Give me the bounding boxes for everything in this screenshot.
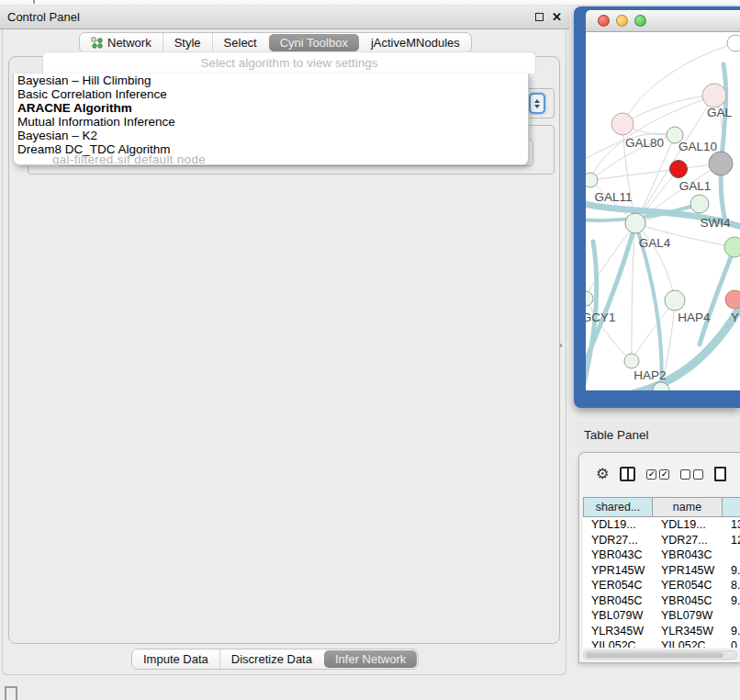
table-row[interactable]: YPR145W YPR145W 9. xyxy=(583,563,740,579)
cell: 9. xyxy=(723,563,740,579)
cell: YER054C xyxy=(653,578,723,593)
network-view-window: GAL GAL80 GAL10 GAL1 GAL11 SWI4 GAL4 GCY… xyxy=(574,6,740,408)
tab-style[interactable]: Style xyxy=(163,33,212,52)
tab-infer-network-label: Infer Network xyxy=(335,652,406,666)
dropdown-option[interactable]: Bayesian – Hill Climbing xyxy=(14,73,528,87)
dropdown-option[interactable]: Bayesian – K2 xyxy=(14,129,528,142)
edge xyxy=(632,223,635,361)
cell: YBR043C xyxy=(653,548,723,563)
stepper-up-icon xyxy=(534,99,540,103)
minimize-traffic-light-icon[interactable] xyxy=(616,15,628,27)
table-row[interactable]: YLR345W YLR345W 9. xyxy=(583,624,740,639)
table-panel-title: Table Panel xyxy=(584,428,649,442)
combo-stepper-focused[interactable] xyxy=(529,93,545,114)
control-panel-tabbar: Network Style Select Cyni Toolbox jActiv… xyxy=(79,32,472,53)
table-row[interactable]: YDR27... YDR27... 12 xyxy=(583,533,740,548)
dropdown-option-selected[interactable]: ARACNE Algorithm xyxy=(14,101,528,115)
table-row[interactable]: YBR045C YBR045C 9. xyxy=(583,593,740,609)
node-hap2[interactable] xyxy=(624,354,639,368)
table-row[interactable]: YBL079W YBL079W xyxy=(583,608,740,624)
node-gal11[interactable] xyxy=(586,173,598,187)
table-horizontal-scrollbar[interactable] xyxy=(583,650,737,660)
cell xyxy=(723,608,740,624)
algorithm-selector-combo[interactable]: Select algorithm to view settings xyxy=(42,51,536,73)
cell: YLR345W xyxy=(653,624,723,639)
tab-select-label: Select xyxy=(224,36,257,50)
node-green-right[interactable] xyxy=(724,237,740,257)
table-header-row: shared... name xyxy=(583,497,740,517)
column-header-partial[interactable] xyxy=(723,497,740,517)
tab-cyni-toolbox-label: Cyni Toolbox xyxy=(280,36,348,50)
table-row[interactable]: YDL19... YDL19... 13 xyxy=(583,517,740,533)
network-canvas[interactable]: GAL GAL80 GAL10 GAL1 GAL11 SWI4 GAL4 GCY… xyxy=(586,32,740,390)
node-gal1-red[interactable] xyxy=(670,161,688,178)
algorithm-dropdown-popup: Bayesian – Hill Climbing Basic Correlati… xyxy=(13,73,529,165)
table-row[interactable]: YER054C YER054C 8. xyxy=(583,578,740,593)
tab-select[interactable]: Select xyxy=(212,33,268,52)
maximize-traffic-light-icon[interactable] xyxy=(634,15,646,27)
cell: YIL052C xyxy=(653,638,723,648)
deselect-all-icon[interactable] xyxy=(680,469,703,480)
node-gal-partial[interactable] xyxy=(702,84,726,107)
export-table-icon[interactable] xyxy=(714,467,726,481)
tab-jactivemnodules[interactable]: jActiveMNodules xyxy=(360,33,471,52)
tab-discretize-data[interactable]: Discretize Data xyxy=(219,649,323,669)
dropdown-option[interactable]: Mutual Information Inference xyxy=(14,115,528,129)
unchecked-box-icon xyxy=(680,469,690,480)
stepper-down-icon xyxy=(534,105,540,108)
control-panel-titlebar: Control Panel ✕ xyxy=(0,6,569,29)
cell: YDL19... xyxy=(653,517,723,533)
cell: YDR27... xyxy=(583,533,653,548)
float-window-icon[interactable] xyxy=(535,13,544,21)
select-all-icon[interactable]: ✓ ✓ xyxy=(646,469,669,480)
close-icon[interactable]: ✕ xyxy=(552,11,562,24)
node-label: HAP4 xyxy=(678,310,711,324)
cell: YBR045C xyxy=(583,593,653,609)
node-gal80[interactable] xyxy=(611,113,633,135)
gear-icon[interactable]: ⚙ xyxy=(596,467,609,481)
close-traffic-light-icon[interactable] xyxy=(598,15,610,27)
scrollbar-thumb[interactable] xyxy=(586,652,723,658)
cell: 9. xyxy=(723,624,740,639)
cell: 13 xyxy=(723,517,740,533)
node-label: SWI4 xyxy=(700,216,730,230)
minimized-panel-icon[interactable] xyxy=(5,686,17,700)
tab-cyni-toolbox[interactable]: Cyni Toolbox xyxy=(269,34,359,51)
bottom-tabbar: Impute Data Discretize Data Infer Networ… xyxy=(131,649,419,670)
table-row[interactable]: YBR043C YBR043C xyxy=(583,548,740,563)
node-gray[interactable] xyxy=(709,152,733,175)
dropdown-option[interactable]: Basic Correlation Inference xyxy=(14,87,528,101)
cell: YBR045C xyxy=(653,593,723,609)
top-tick xyxy=(33,0,35,4)
network-window-titlebar[interactable] xyxy=(586,10,740,32)
tab-impute-data[interactable]: Impute Data xyxy=(132,649,219,669)
node-swi4[interactable] xyxy=(690,195,709,213)
node-gcy1[interactable] xyxy=(586,291,593,306)
screen: Control Panel ✕ Network Style Select Cyn… xyxy=(0,0,740,700)
cell: YBR043C xyxy=(583,548,653,563)
tab-style-label: Style xyxy=(174,36,201,50)
tab-impute-data-label: Impute Data xyxy=(143,652,208,666)
cell: YPR145W xyxy=(583,563,653,579)
table-body: YDL19... YDL19... 13 YDR27... YDR27... 1… xyxy=(583,517,740,648)
column-header-name[interactable]: name xyxy=(653,497,723,517)
tab-network[interactable]: Network xyxy=(80,33,163,52)
node-hap4[interactable] xyxy=(665,290,685,310)
cell: 0. xyxy=(723,638,740,648)
table-toolbar: ⚙ ✓ ✓ xyxy=(579,453,740,495)
node-gal4[interactable] xyxy=(625,213,645,233)
node-label: GAL1 xyxy=(679,179,712,193)
cell: 8. xyxy=(723,578,740,593)
algorithm-selector-placeholder: Select algorithm to view settings xyxy=(201,56,378,70)
node-salmon[interactable] xyxy=(725,290,740,309)
edge xyxy=(611,304,740,390)
node-label: HAP2 xyxy=(633,368,666,382)
tab-network-label: Network xyxy=(107,36,151,50)
background-combo-value: gal-filtered.sif default node xyxy=(52,152,206,165)
columns-icon[interactable] xyxy=(620,467,635,481)
node-partial-top[interactable] xyxy=(727,35,740,51)
tab-infer-network[interactable]: Infer Network xyxy=(324,650,417,668)
column-header-shared[interactable]: shared... xyxy=(583,497,653,517)
table-row[interactable]: YIL052C YIL052C 0. xyxy=(583,638,740,648)
checked-box-icon: ✓ xyxy=(659,469,669,480)
